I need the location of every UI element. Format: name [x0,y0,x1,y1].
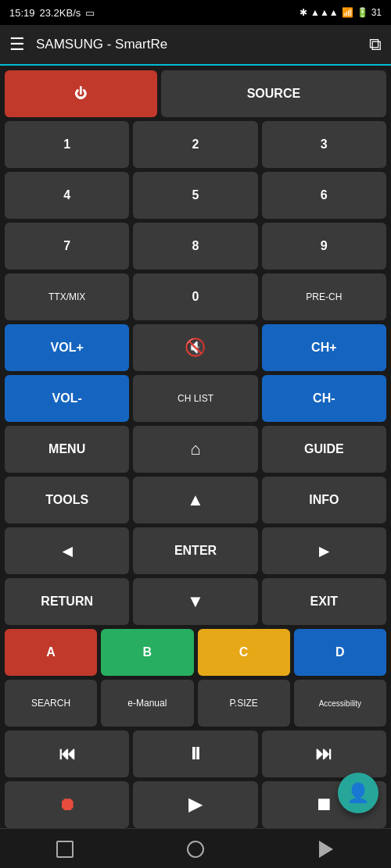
guide-button[interactable]: GUIDE [262,426,386,473]
right-button[interactable]: ▶ [262,527,386,574]
app-header: ☰ SAMSUNG - SmartRe ⧉ [0,25,391,66]
search-button[interactable]: SEARCH [5,680,97,727]
chlist-button[interactable]: CH LIST [133,375,257,422]
status-left: 15:19 23.2KB/s ▭ [9,7,95,19]
down-button[interactable]: ▼ [133,578,257,625]
row-return-down-exit: RETURN ▼ EXIT [5,578,386,625]
remote-control: ⏻ SOURCE 1 2 3 4 5 6 7 8 9 TTX/MIX 0 PRE… [0,66,391,828]
bottom-navigation [0,828,391,868]
up-button[interactable]: ▲ [133,477,257,523]
a-button[interactable]: A [5,629,97,676]
row-power-source: ⏻ SOURCE [5,70,386,117]
fab-button[interactable]: 👤 [338,773,378,813]
mute-button[interactable]: 🔇 [133,324,257,371]
num-5-button[interactable]: 5 [133,172,257,219]
fastforward-button[interactable]: ⏭ [262,730,386,777]
num-1-button[interactable]: 1 [5,121,129,168]
row-789: 7 8 9 [5,223,386,270]
row-search-emanual-psize-acc: SEARCH e-Manual P.SIZE Accessibility [5,680,386,727]
num-0-button[interactable]: 0 [133,273,257,320]
hamburger-menu-icon[interactable]: ☰ [9,34,25,55]
chdown-button[interactable]: CH- [262,375,386,422]
status-right: ✱ ▲▲▲ 📶 🔋 31 [300,7,382,18]
num-6-button[interactable]: 6 [262,172,386,219]
source-button[interactable]: SOURCE [161,70,386,117]
psize-button[interactable]: P.SIZE [198,680,290,727]
num-7-button[interactable]: 7 [5,223,129,270]
num-3-button[interactable]: 3 [262,121,386,168]
data-speed: 23.2KB/s [40,7,81,19]
row-vol-mute-ch: VOL+ 🔇 CH+ [5,324,386,371]
row-menu-home-guide: MENU ⌂ GUIDE [5,426,386,473]
row-left-enter-right: ◀ ENTER ▶ [5,527,386,574]
b-button[interactable]: B [101,629,193,676]
nav-square-button[interactable] [45,835,84,863]
nav-back-button[interactable] [307,835,346,863]
nav-triangle-icon [319,841,333,858]
play-button[interactable]: ▶ [133,781,257,828]
row-456: 4 5 6 [5,172,386,219]
status-bar: 15:19 23.2KB/s ▭ ✱ ▲▲▲ 📶 🔋 31 [0,0,391,25]
row-record-play-stop: ⏺ ▶ ⏹ [5,781,386,828]
rewind-button[interactable]: ⏮ [5,730,129,777]
accessibility-button[interactable]: Accessibility [294,680,386,727]
row-123: 1 2 3 [5,121,386,168]
d-button[interactable]: D [294,629,386,676]
row-ttx-0-prech: TTX/MIX 0 PRE-CH [5,273,386,320]
record-button[interactable]: ⏺ [5,781,129,828]
info-button[interactable]: INFO [262,477,386,523]
num-9-button[interactable]: 9 [262,223,386,270]
home-button[interactable]: ⌂ [133,426,257,473]
tools-button[interactable]: TOOLS [5,477,129,523]
nav-home-button[interactable] [176,835,215,863]
menu-button[interactable]: MENU [5,426,129,473]
num-4-button[interactable]: 4 [5,172,129,219]
battery-level: 31 [371,7,382,18]
exit-button[interactable]: EXIT [262,578,386,625]
copy-icon[interactable]: ⧉ [369,34,382,55]
emanual-button[interactable]: e-Manual [101,680,193,727]
screen-icon: ▭ [85,7,95,19]
battery-icon: 🔋 [357,7,368,18]
bluetooth-icon: ✱ [300,7,307,18]
signal-icon: ▲▲▲ [310,7,339,18]
chup-button[interactable]: CH+ [262,324,386,371]
wifi-icon: 📶 [342,7,353,18]
row-rewind-pause-ff: ⏮ ⏸ ⏭ [5,730,386,777]
c-button[interactable]: C [198,629,290,676]
row-voldown-chlist-chdown: VOL- CH LIST CH- [5,375,386,422]
voldown-button[interactable]: VOL- [5,375,129,422]
pause-button[interactable]: ⏸ [133,730,257,777]
num-8-button[interactable]: 8 [133,223,257,270]
prech-button[interactable]: PRE-CH [262,273,386,320]
nav-square-icon [56,841,74,858]
num-2-button[interactable]: 2 [133,121,257,168]
nav-circle-icon [187,841,204,858]
left-button[interactable]: ◀ [5,527,129,574]
volup-button[interactable]: VOL+ [5,324,129,371]
power-button[interactable]: ⏻ [5,70,157,117]
row-abcd: A B C D [5,629,386,676]
enter-button[interactable]: ENTER [133,527,257,574]
fab-icon: 👤 [346,782,370,804]
return-button[interactable]: RETURN [5,578,129,625]
time: 15:19 [9,7,35,19]
ttxmix-button[interactable]: TTX/MIX [5,273,129,320]
row-tools-up-info: TOOLS ▲ INFO [5,477,386,523]
app-title: SAMSUNG - SmartRe [36,37,369,52]
